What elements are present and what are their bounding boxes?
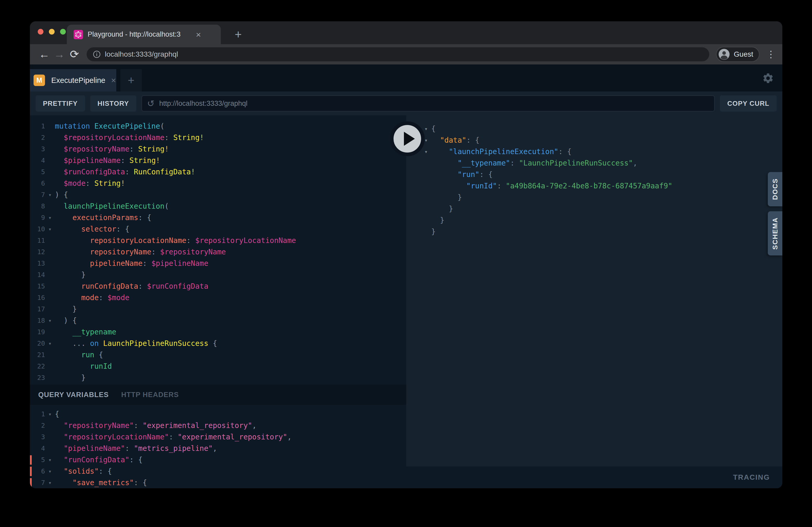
code-text: ... on LaunchPipelineRunSuccess { xyxy=(55,339,217,348)
reload-icon[interactable]: ⟳ xyxy=(67,49,82,60)
docs-side-tab-label: DOCS xyxy=(771,178,779,200)
line-number: 2 xyxy=(30,132,45,144)
code-text: "save_metrics": { xyxy=(55,478,147,487)
code-text: } xyxy=(431,216,445,225)
code-line: 6 $mode: String! xyxy=(30,178,406,189)
line-number: 18 xyxy=(30,315,45,326)
schema-side-tab-label: SCHEMA xyxy=(771,217,779,250)
browser-toolbar: ← → ⟳ localhost:3333/graphql Guest ⋮ xyxy=(30,44,782,64)
code-line: 1mutation ExecutePipeline( xyxy=(30,121,406,132)
fold-arrow-icon[interactable]: ▾ xyxy=(45,477,55,488)
back-icon[interactable]: ← xyxy=(37,49,52,60)
code-line: 14 } xyxy=(30,269,406,281)
fold-arrow-icon[interactable]: ▾ xyxy=(45,224,55,235)
history-button[interactable]: HISTORY xyxy=(90,95,136,111)
schema-side-tab[interactable]: SCHEMA xyxy=(768,211,782,255)
endpoint-reload-icon[interactable]: ↺ xyxy=(147,99,155,108)
code-text: } xyxy=(431,193,462,202)
line-number: 20 xyxy=(30,338,45,349)
line-number: 4 xyxy=(30,155,45,166)
code-line: 3 $repositoryName: String! xyxy=(30,144,406,155)
line-number: 1 xyxy=(30,408,45,420)
response-viewer[interactable]: ▾{▾ "data": {▾ "launchPipelineExecution"… xyxy=(406,115,782,466)
playground-toolbar: PRETTIFY HISTORY ↺ http://localhost:3333… xyxy=(30,91,782,115)
code-text: runId xyxy=(55,362,112,371)
session-tab-title: ExecutePipeline xyxy=(51,76,105,85)
code-text: "pipelineName": "metrics_pipeline", xyxy=(55,444,217,453)
tracing-bar[interactable]: TRACING xyxy=(406,466,782,488)
fold-arrow-icon[interactable]: ▾ xyxy=(45,338,55,349)
tab-query-variables[interactable]: QUERY VARIABLES xyxy=(38,391,109,399)
code-text: launchPipelineExecution( xyxy=(55,202,169,210)
line-number: 17 xyxy=(30,303,45,315)
session-tabbar: M ExecutePipeline × + xyxy=(30,64,782,91)
line-number: 12 xyxy=(30,246,45,258)
collapse-arrow-icon[interactable]: ▾ xyxy=(421,146,431,157)
fold-arrow-icon[interactable]: ▾ xyxy=(45,408,55,420)
line-number: 5 xyxy=(30,166,45,178)
line-number: 7 xyxy=(30,477,45,488)
fold-arrow-icon[interactable]: ▾ xyxy=(45,454,55,466)
line-number: 2 xyxy=(30,420,45,431)
code-text: } xyxy=(55,305,77,313)
code-text: mutation ExecutePipeline( xyxy=(55,122,164,131)
fold-arrow-icon[interactable]: ▾ xyxy=(45,466,55,477)
docs-side-tab[interactable]: DOCS xyxy=(768,172,782,206)
execute-play-button[interactable] xyxy=(390,121,425,156)
line-number: 23 xyxy=(30,372,45,383)
code-text: ) { xyxy=(55,316,77,325)
code-line: 2 "repositoryName": "experimental_reposi… xyxy=(30,420,406,431)
forward-icon[interactable]: → xyxy=(52,49,67,60)
minimize-window-button[interactable] xyxy=(49,29,55,34)
maximize-window-button[interactable] xyxy=(60,29,66,34)
code-line: 1▾{ xyxy=(30,408,406,420)
prettify-button[interactable]: PRETTIFY xyxy=(35,95,85,111)
code-line: ▾{ xyxy=(421,123,782,135)
session-tab-close-icon[interactable]: × xyxy=(111,76,116,85)
code-text: "__typename": "LaunchPipelineRunSuccess"… xyxy=(431,159,637,167)
code-text: ) { xyxy=(55,191,68,199)
code-line: } xyxy=(421,192,782,203)
mutation-badge: M xyxy=(33,75,45,86)
code-line: ▾ "launchPipelineExecution": { xyxy=(421,146,782,157)
code-line: 11 repositoryLocationName: $repositoryLo… xyxy=(30,235,406,246)
code-text: { xyxy=(431,124,436,133)
address-bar[interactable]: localhost:3333/graphql xyxy=(87,47,709,61)
code-line: 5 $runConfigData: RunConfigData! xyxy=(30,166,406,178)
tab-close-icon[interactable]: × xyxy=(196,30,201,39)
browser-tab-title: Playground - http://localhost:3 xyxy=(88,30,194,39)
variables-header: QUERY VARIABLES HTTP HEADERS xyxy=(30,385,406,405)
browser-menu-icon[interactable]: ⋮ xyxy=(766,49,775,60)
code-text: pipelineName: $pipelineName xyxy=(55,259,208,268)
line-number: 6 xyxy=(30,178,45,189)
code-line: 19 __typename xyxy=(30,326,406,338)
profile-button[interactable]: Guest xyxy=(716,47,759,62)
new-tab-button[interactable]: + xyxy=(230,26,247,43)
code-text: runConfigData: $runConfigData xyxy=(55,282,208,290)
settings-gear-icon[interactable] xyxy=(762,72,774,84)
play-icon xyxy=(404,132,415,146)
info-icon[interactable] xyxy=(93,50,101,58)
line-number: 16 xyxy=(30,292,45,303)
code-line: ▾ "data": { xyxy=(421,135,782,146)
code-text: run { xyxy=(55,350,103,359)
browser-tab[interactable]: Playground - http://localhost:3 × xyxy=(67,25,221,44)
line-number: 22 xyxy=(30,361,45,372)
tab-http-headers[interactable]: HTTP HEADERS xyxy=(121,391,179,399)
endpoint-input[interactable]: ↺ http://localhost:3333/graphql xyxy=(142,95,715,111)
copy-curl-button[interactable]: COPY CURL xyxy=(720,95,777,111)
fold-arrow-icon[interactable]: ▾ xyxy=(45,189,55,201)
code-text: executionParams: { xyxy=(55,213,151,222)
fold-arrow-icon[interactable]: ▾ xyxy=(45,212,55,224)
query-editor[interactable]: 1mutation ExecutePipeline(2 $repositoryL… xyxy=(30,115,406,385)
new-session-tab-button[interactable]: + xyxy=(120,69,142,91)
query-variables-editor[interactable]: 1▾{2 "repositoryName": "experimental_rep… xyxy=(30,405,406,488)
code-text: $runConfigData: RunConfigData! xyxy=(55,168,195,176)
line-number: 8 xyxy=(30,201,45,212)
fold-arrow-icon[interactable]: ▾ xyxy=(45,315,55,326)
code-line: } xyxy=(421,226,782,238)
close-window-button[interactable] xyxy=(38,29,43,34)
code-text: } xyxy=(55,271,86,279)
code-text: $pipelineName: String! xyxy=(55,156,160,165)
session-tab-executepipeline[interactable]: M ExecutePipeline × xyxy=(30,69,116,91)
